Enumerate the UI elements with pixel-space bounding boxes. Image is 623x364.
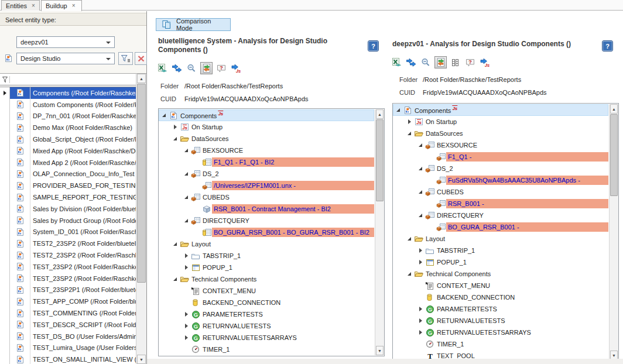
entity-row[interactable]: Mixed App (/Root Folder/Raschke/De [0,145,136,157]
collapse-expander-icon[interactable] [405,272,413,276]
js-transfer-button[interactable]: Js [230,62,242,74]
tree-item[interactable]: DataSources [159,133,374,145]
zoom-out-button[interactable] [186,62,198,74]
compare-refresh-button[interactable] [200,62,213,74]
expand-expander-icon[interactable] [416,260,425,265]
filter-button[interactable] [118,52,133,65]
collapse-expander-icon[interactable] [416,143,425,147]
tree-item[interactable]: DS_2 [159,168,374,180]
tree-item[interactable]: BO_GURA_RSR_B001 - [393,221,608,233]
entity-row[interactable]: TEST_ON_SMALL_INITIAL_VIEW (/Ro [0,353,136,364]
tree-item[interactable]: /Universes/IZPF1M001.unx - [159,180,374,191]
tree-item[interactable]: DS_2 [393,163,608,174]
entity-row[interactable]: TEST_DESCR_SCRIPT (/Root Folder/R [0,319,136,331]
tree-item[interactable]: BEXSOURCE [159,145,374,156]
collapse-expander-icon[interactable] [182,149,190,152]
tree-item[interactable]: Layout [159,238,374,250]
tree-item[interactable]: GPARAMETERTESTS [159,308,374,320]
collapse-expander-icon[interactable] [405,237,413,241]
tree-item[interactable]: DIRECTQUERY [159,215,374,226]
tree-item[interactable]: Layout [393,233,608,245]
entity-row[interactable]: TEST2_23SP2 (/Root Folder/bluetellig [0,238,136,249]
comment-question-button[interactable]: ? [464,56,476,68]
entity-row[interactable]: TEST_23SP2P1 (/Root Folder/bluetelli [0,284,136,296]
excel-export-button[interactable] [391,56,403,68]
transfer-button[interactable] [405,56,417,68]
scrollbar-thumb[interactable] [610,114,618,196]
entity-row[interactable]: TEST_23SP2 (/Root Folder/Raschke/D [0,261,136,273]
zoom-out-button[interactable] [420,56,432,68]
expand-expander-icon[interactable] [182,265,190,270]
collapse-expander-icon[interactable] [182,195,190,199]
close-icon[interactable]: × [32,3,35,9]
entity-row[interactable]: TEST_DS_BO (/User Folders/Administ [0,331,136,342]
collapse-expander-icon[interactable] [405,132,413,135]
tree-item[interactable]: CONTEXT_MENU [159,285,374,297]
collapse-expander-icon[interactable] [394,108,402,112]
tab-buildup[interactable]: Buildup × [41,0,82,11]
entity-row[interactable]: Sales by Division (/Root Folder/bluete [0,203,136,215]
entity-row[interactable]: Custom Components (/Root Folder/Ra [0,99,136,111]
expand-expander-icon[interactable] [171,125,179,129]
tree-item[interactable]: JsOn Startup [159,121,374,133]
clear-filter-button[interactable] [135,52,147,65]
tree-item[interactable]: BEXSOURCE [393,139,608,151]
excel-export-button[interactable] [156,62,169,74]
expand-expander-icon[interactable] [182,312,190,317]
entity-row[interactable]: DP_7nn_001 (/Root Folder/Raschke/T [0,111,136,122]
collapse-expander-icon[interactable] [416,167,425,170]
tree-item[interactable]: BACKEND_CONNECTION [159,297,374,308]
help-icon[interactable]: ? [368,41,378,51]
expand-expander-icon[interactable] [416,307,425,311]
scroll-down-button[interactable]: ▼ [137,355,146,364]
entity-row[interactable]: System_ID_001 (/Root Folder/Raschk [0,226,136,238]
expand-expander-icon[interactable] [416,248,425,253]
entity-row[interactable]: Components (/Root Folder/Raschke/T [0,87,136,99]
tree-item[interactable]: F1_Q1 - F1_Q1 - BI2 [159,156,374,168]
tree-item[interactable]: F1_Q1 - [393,151,608,163]
entity-row[interactable]: TEST_COMMENTING (/Root Folder/bl [0,307,136,319]
expand-expander-icon[interactable] [182,335,190,340]
tree-item[interactable]: RSR_B001 - Contract Management - BI2 [159,203,374,215]
expand-expander-icon[interactable] [405,119,413,124]
tree-item[interactable]: TABSTRIP_1 [393,245,608,256]
tree-item[interactable]: GPARAMETERTESTS [393,303,608,315]
entity-list-filter-row[interactable] [0,74,136,85]
entity-row[interactable]: Mixed App 2 (/Root Folder/Raschke/D [0,157,136,169]
help-icon[interactable]: ? [603,41,612,51]
tree-item[interactable]: TIMER_1 [159,344,374,355]
tree-scrollbar[interactable]: ▲ ▼ [609,104,618,360]
collapse-expander-icon[interactable] [160,114,168,117]
entity-type-dropdown[interactable]: Design Studio [16,53,115,64]
tree-item[interactable]: DIRECTQUERY [393,210,608,221]
tree-item[interactable]: Technical Components [393,268,608,280]
comment-question-button[interactable]: ? [215,62,227,74]
entity-row[interactable]: PROVIDER_BASED_FOR_TESTING (/R [0,180,136,191]
columns-button[interactable] [449,56,461,68]
tree-scrollbar[interactable]: ▲ ▼ [375,109,384,355]
tree-item[interactable]: GRETURNVALUETESTSARRAYS [159,332,374,344]
js-transfer-button[interactable]: Js [478,56,491,68]
tree-item[interactable]: ComponentsJs [393,104,608,116]
entity-row[interactable]: OLAP_Connection_Docu_Info_Test (/ [0,169,136,180]
tree-item[interactable]: POPUP_1 [393,256,608,268]
tree-item[interactable]: TIMER_1 [393,338,608,350]
collapse-expander-icon[interactable] [416,190,425,194]
tree-item[interactable]: GRETURNVALUETESTSARRAYS [393,327,608,338]
comparison-mode-button[interactable]: Comparison Mode [156,18,231,31]
tree-item[interactable]: FuSdRVa5hQwA4BsAAAC35U8AoNPBApds - [393,174,608,186]
entity-row[interactable]: TEST_APP_COMP (/Root Folder/bluet [0,296,136,307]
entity-row[interactable]: SAMPLE_REPORT_FOR_TESTING_M ( [0,191,136,203]
tree-item[interactable]: TABSTRIP_1 [159,250,374,262]
tree-item[interactable]: DataSources [393,128,608,139]
entity-row[interactable]: TEST2_23SP2 (/Root Folder/Raschke, [0,249,136,261]
entity-row[interactable]: TEST_23SP2 (/Root Folder/Raschke/L [0,273,136,284]
collapse-expander-icon[interactable] [182,219,190,222]
tab-entities[interactable]: Entities × [1,0,40,11]
collapse-expander-icon[interactable] [171,242,179,246]
scroll-up-button[interactable]: ▲ [610,104,618,114]
system-dropdown[interactable]: deepzv01 [16,36,115,48]
tree-item[interactable]: ComponentsJs [159,109,374,121]
close-icon[interactable]: × [72,3,76,9]
collapse-expander-icon[interactable] [416,214,425,217]
